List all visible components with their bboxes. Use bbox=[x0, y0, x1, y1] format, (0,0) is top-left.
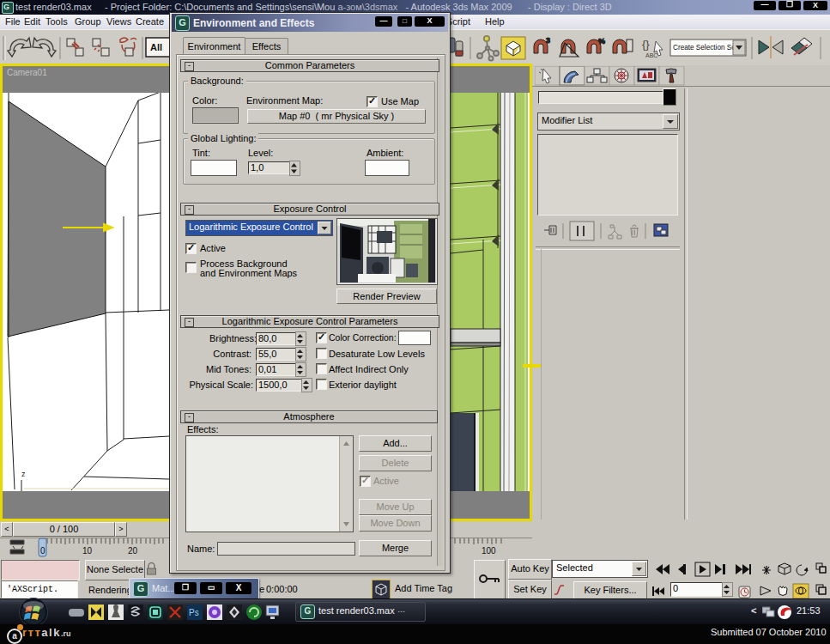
svg-text:Ps: Ps bbox=[189, 608, 199, 617]
svg-text:3: 3 bbox=[546, 36, 550, 45]
svg-text:100: 100 bbox=[482, 546, 496, 556]
svg-text:%: % bbox=[598, 37, 605, 46]
svg-text:20: 20 bbox=[128, 546, 138, 556]
svg-text:Create Selection Set: Create Selection Set bbox=[673, 44, 738, 52]
svg-text:{}: {} bbox=[642, 38, 650, 51]
svg-text:10: 10 bbox=[82, 546, 93, 556]
svg-text:ABC: ABC bbox=[645, 52, 657, 58]
svg-text:z: z bbox=[21, 470, 26, 478]
svg-text:All: All bbox=[150, 42, 162, 52]
svg-text:0: 0 bbox=[40, 546, 45, 556]
